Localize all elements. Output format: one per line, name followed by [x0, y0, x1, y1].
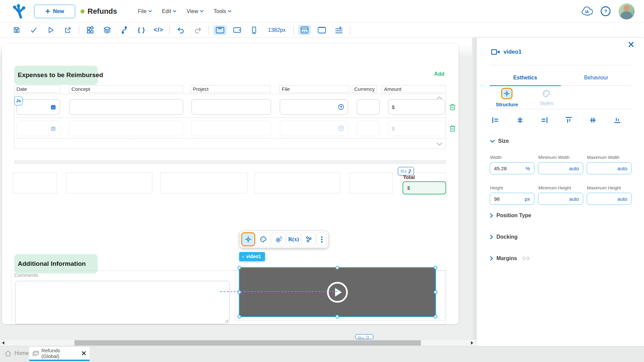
- align-center-horizontal-icon[interactable]: [516, 116, 524, 124]
- ia-assistant-icon[interactable]: IA: [581, 6, 593, 17]
- source-code-button[interactable]: </>: [150, 24, 167, 37]
- app-logo-icon[interactable]: [11, 4, 27, 19]
- user-avatar[interactable]: [619, 3, 635, 19]
- calendar-icon[interactable]: [50, 104, 56, 111]
- date-input[interactable]: [20, 104, 50, 110]
- bindings-tool-button[interactable]: [302, 232, 316, 246]
- frame-button[interactable]: [313, 24, 330, 37]
- run-button[interactable]: [42, 24, 59, 37]
- menu-view[interactable]: View: [186, 8, 203, 14]
- export-button[interactable]: [59, 24, 76, 37]
- total-amount-field[interactable]: $: [402, 181, 446, 194]
- date-field-row2[interactable]: [16, 121, 60, 136]
- layers-button[interactable]: [99, 24, 116, 37]
- redo-button[interactable]: [189, 24, 206, 37]
- column-header-currency[interactable]: Currency: [352, 85, 377, 93]
- upload-icon[interactable]: [338, 103, 344, 111]
- column-header-file[interactable]: File: [279, 85, 349, 93]
- resize-handle-s[interactable]: [335, 315, 339, 318]
- section-docking[interactable]: Docking: [490, 234, 518, 240]
- min-height-input[interactable]: [542, 196, 579, 202]
- formula-badge[interactable]: Rx -xa": [398, 167, 414, 175]
- formula-tool-button[interactable]: R(x): [286, 232, 301, 246]
- layout-panel-button[interactable]: [296, 24, 313, 37]
- concept-field-row1[interactable]: [69, 99, 183, 115]
- resize-handle-w[interactable]: [237, 290, 241, 294]
- concept-input[interactable]: [73, 126, 179, 131]
- max-width-field[interactable]: [587, 162, 632, 174]
- menu-tools[interactable]: Tools: [214, 8, 231, 14]
- file-field-row2[interactable]: [280, 121, 348, 136]
- min-height-field[interactable]: [538, 193, 583, 205]
- subtab-styles[interactable]: Styles: [540, 89, 553, 106]
- comments-textarea[interactable]: [15, 281, 230, 324]
- desktop-view-button[interactable]: [211, 24, 228, 37]
- section-size[interactable]: Size: [490, 138, 509, 144]
- max-height-field[interactable]: [587, 193, 632, 205]
- close-panel-icon[interactable]: [628, 42, 634, 47]
- amount-field-row2[interactable]: $: [388, 121, 445, 136]
- resize-handle-nw[interactable]: [237, 266, 241, 269]
- amount-input[interactable]: [396, 126, 441, 131]
- menu-edit[interactable]: Edit: [162, 8, 177, 14]
- menu-file[interactable]: File: [138, 8, 152, 14]
- date-input[interactable]: [20, 126, 50, 131]
- file-field-row1[interactable]: [280, 99, 348, 115]
- settings-tool-button[interactable]: [271, 232, 285, 246]
- section-position-type[interactable]: Position Type: [490, 213, 531, 219]
- save-button[interactable]: [8, 24, 25, 37]
- resize-handle-icon[interactable]: [224, 319, 228, 323]
- summary-cell[interactable]: [255, 173, 340, 193]
- delete-row-icon[interactable]: [449, 103, 456, 111]
- tab-behaviour[interactable]: Behaviour: [561, 70, 632, 85]
- amount-input[interactable]: [396, 104, 441, 110]
- horizontal-scrollbar[interactable]: [0, 339, 476, 346]
- file-input[interactable]: [283, 126, 338, 131]
- resize-handle-n[interactable]: [335, 266, 339, 269]
- max-width-input[interactable]: [591, 166, 627, 171]
- filter-rules-button[interactable]: [330, 24, 347, 37]
- column-header-concept[interactable]: Concept: [69, 85, 183, 93]
- chevron-down-icon[interactable]: [436, 142, 443, 146]
- min-width-field[interactable]: [538, 162, 583, 174]
- currency-input[interactable]: [361, 104, 376, 110]
- project-input[interactable]: [195, 126, 267, 131]
- resize-handle-se[interactable]: [434, 315, 437, 318]
- validate-button[interactable]: [25, 24, 42, 37]
- project-input[interactable]: [195, 104, 267, 110]
- resize-handle-e[interactable]: [434, 290, 437, 294]
- align-middle-icon[interactable]: [589, 116, 597, 124]
- currency-field-row2[interactable]: [357, 121, 380, 136]
- date-field-row1[interactable]: [16, 99, 60, 115]
- viewport-width-value[interactable]: 1382px: [268, 27, 286, 33]
- formula-badge-clipped[interactable]: Rx: [355, 334, 373, 339]
- resize-handle-ne[interactable]: [434, 266, 437, 269]
- amount-field-row1[interactable]: $: [388, 99, 445, 115]
- design-canvas[interactable]: Expenses to be Reimbursed Add Date Conce…: [0, 38, 476, 339]
- column-header-date[interactable]: Date: [14, 85, 60, 93]
- project-field-row2[interactable]: [192, 121, 271, 136]
- align-right-icon[interactable]: [540, 116, 548, 124]
- width-field[interactable]: %: [490, 162, 534, 174]
- concept-input[interactable]: [73, 104, 179, 110]
- concept-field-row2[interactable]: [69, 121, 183, 136]
- new-button[interactable]: New: [34, 5, 75, 18]
- summary-cell[interactable]: [66, 173, 152, 193]
- video-element[interactable]: [239, 267, 436, 317]
- tablet-view-button[interactable]: [228, 24, 246, 37]
- section-margins[interactable]: Margins: [490, 255, 530, 261]
- structure-icon-button[interactable]: [501, 88, 513, 99]
- delete-row-icon[interactable]: [449, 124, 456, 132]
- add-row-link[interactable]: Add: [434, 71, 444, 77]
- close-tab-icon[interactable]: [82, 351, 86, 356]
- min-width-input[interactable]: [542, 166, 579, 171]
- project-field-row1[interactable]: [192, 99, 271, 115]
- variables-button[interactable]: { }: [133, 24, 150, 37]
- widgets-button[interactable]: [82, 24, 99, 37]
- help-icon[interactable]: ?: [600, 6, 611, 16]
- expenses-section-title[interactable]: Expenses to be Reimbursed: [18, 71, 103, 79]
- undo-button[interactable]: [172, 24, 189, 37]
- resize-handle-sw[interactable]: [237, 315, 241, 318]
- width-input[interactable]: [494, 166, 526, 171]
- align-left-icon[interactable]: [491, 116, 500, 124]
